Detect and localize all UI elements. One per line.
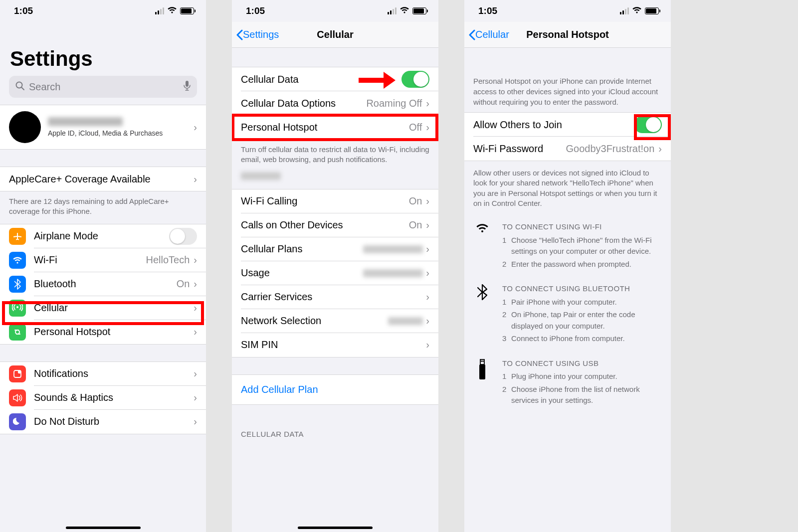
redacted-value (363, 269, 423, 277)
wifi-calling-label: Wi-Fi Calling (241, 195, 409, 207)
chevron-right-icon: › (423, 195, 429, 207)
cellular-data-row[interactable]: Cellular Data (232, 67, 438, 91)
chevron-right-icon: › (423, 122, 429, 133)
allow-others-toggle[interactable] (634, 116, 662, 133)
search-input[interactable]: Search (9, 76, 197, 98)
back-button[interactable]: Settings (236, 29, 279, 40)
chevron-right-icon: › (423, 291, 429, 303)
sounds-label: Sounds & Haptics (34, 392, 191, 403)
wifi-icon (9, 252, 26, 269)
personal-hotspot-row[interactable]: Personal Hotspot Off › (232, 115, 438, 139)
sounds-row[interactable]: Sounds & Haptics › (0, 386, 206, 410)
chevron-right-icon: › (191, 368, 197, 379)
notifications-row[interactable]: Notifications › (0, 362, 206, 386)
notifications-icon (9, 365, 26, 382)
network-selection-row[interactable]: Network Selection › (232, 309, 438, 333)
calls-other-row[interactable]: Calls on Other Devices On › (232, 213, 438, 237)
navbar: Settings Cellular (232, 22, 438, 48)
chevron-right-icon: › (191, 392, 197, 403)
chevron-right-icon: › (423, 267, 429, 279)
status-indicators (155, 5, 194, 16)
usage-label: Usage (241, 267, 363, 279)
redacted-field (241, 172, 281, 180)
wifi-password-value: Goodby3Frustrat!on (566, 143, 654, 155)
wifi-icon (632, 5, 642, 16)
home-indicator[interactable] (66, 527, 141, 529)
chevron-right-icon: › (191, 174, 197, 185)
sounds-icon (9, 389, 26, 406)
home-indicator[interactable] (298, 527, 373, 529)
mic-icon[interactable] (183, 80, 191, 94)
cellular-data-options-row[interactable]: Cellular Data Options Roaming Off › (232, 91, 438, 115)
instruct-bt-steps: Pair iPhone with your computer. On iPhon… (502, 297, 662, 345)
add-plan-label: Add Cellular Plan (241, 384, 318, 395)
instruct-bt-title: TO CONNECT USING BLUETOOTH (502, 283, 662, 295)
cellular-row[interactable]: Cellular › (0, 296, 206, 320)
chevron-right-icon: › (423, 98, 429, 109)
cellular-plans-label: Cellular Plans (241, 243, 363, 255)
status-time: 1:05 (14, 5, 33, 16)
chevron-right-icon: › (191, 302, 197, 314)
navbar: Cellular Personal Hotspot (464, 22, 671, 48)
screen-personal-hotspot: 1:05 Cellular Personal Hotspot Personal … (464, 0, 671, 532)
hotspot-value: Off (409, 122, 422, 133)
bluetooth-icon (473, 283, 491, 346)
add-cellular-plan[interactable]: Add Cellular Plan (232, 374, 438, 405)
wifi-calling-row[interactable]: Wi-Fi Calling On › (232, 189, 438, 213)
avatar (9, 111, 41, 143)
wifi-icon (167, 5, 177, 16)
status-time: 1:05 (246, 5, 265, 16)
moon-icon (9, 413, 26, 430)
wifi-password-label: Wi-Fi Password (473, 143, 566, 155)
wifi-password-row[interactable]: Wi-Fi Password Goodby3Frustrat!on › (464, 137, 671, 161)
usb-icon (473, 358, 491, 408)
chevron-right-icon: › (191, 278, 197, 290)
wifi-label: Wi-Fi (34, 254, 146, 266)
redacted-value (363, 245, 423, 253)
instruct-wifi-title: TO CONNECT USING WI-FI (502, 221, 662, 233)
svg-point-5 (18, 370, 21, 373)
carrier-row[interactable]: Carrier Services › (232, 285, 438, 309)
personal-hotspot-row[interactable]: Personal Hotspot › (0, 320, 206, 344)
hotspot-label: Personal Hotspot (241, 122, 409, 133)
status-bar: 1:05 (0, 0, 206, 22)
search-placeholder: Search (29, 81, 60, 93)
airplane-mode-row[interactable]: Airplane Mode (0, 224, 206, 248)
wifi-row[interactable]: Wi-Fi HelloTech › (0, 248, 206, 272)
apple-id-row[interactable]: Apple ID, iCloud, Media & Purchases › (0, 105, 206, 150)
status-bar: 1:05 (232, 0, 438, 22)
wifi-calling-value: On (409, 195, 422, 207)
instruct-wifi-steps: Choose "HelloTech iPhone" from the Wi-Fi… (502, 235, 662, 270)
cellular-label: Cellular (34, 302, 191, 314)
allow-others-row[interactable]: Allow Others to Join (464, 113, 671, 137)
search-icon (15, 81, 25, 93)
bluetooth-value: On (177, 278, 190, 290)
chevron-right-icon: › (191, 254, 197, 266)
hotspot-label: Personal Hotspot (34, 326, 191, 338)
airplane-toggle[interactable] (169, 228, 197, 245)
cellular-plans-row[interactable]: Cellular Plans › (232, 237, 438, 261)
instruct-usb-steps: Plug iPhone into your computer. Choose i… (502, 371, 662, 406)
cellular-options-value: Roaming Off (366, 98, 422, 109)
dnd-row[interactable]: Do Not Disturb › (0, 410, 206, 434)
battery-icon (412, 7, 426, 14)
back-label: Settings (243, 29, 279, 40)
cellular-data-toggle[interactable] (401, 71, 429, 88)
cellular-signal-icon (620, 7, 629, 14)
wifi-value: HelloTech (146, 254, 190, 266)
bluetooth-row[interactable]: Bluetooth On › (0, 272, 206, 296)
applecare-row[interactable]: AppleCare+ Coverage Available › (0, 167, 206, 191)
svg-line-1 (22, 87, 24, 90)
back-label: Cellular (475, 29, 509, 40)
usage-row[interactable]: Usage › (232, 261, 438, 285)
back-button[interactable]: Cellular (468, 29, 509, 40)
bluetooth-label: Bluetooth (34, 278, 177, 290)
instruct-usb: TO CONNECT USING USB Plug iPhone into yo… (464, 350, 671, 412)
sim-pin-row[interactable]: SIM PIN › (232, 333, 438, 357)
annotation-arrow (357, 71, 397, 92)
sim-label: SIM PIN (241, 339, 423, 351)
cellular-icon (9, 300, 26, 317)
screen-settings: 1:05 Settings Search Apple ID, iCloud, M… (0, 0, 206, 532)
cellular-options-label: Cellular Data Options (241, 98, 366, 109)
wifi-icon (399, 5, 409, 16)
